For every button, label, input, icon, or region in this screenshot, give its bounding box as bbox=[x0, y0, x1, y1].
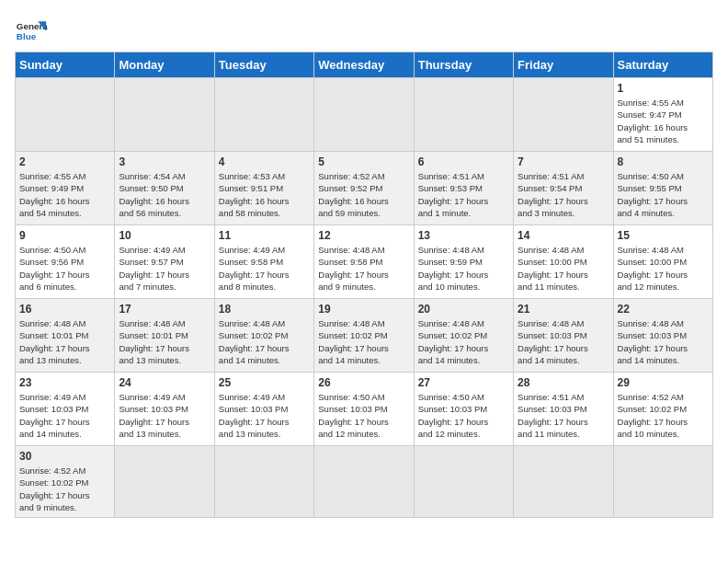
calendar-header: SundayMondayTuesdayWednesdayThursdayFrid… bbox=[16, 52, 713, 78]
header: General Blue bbox=[15, 15, 713, 48]
day-number: 17 bbox=[119, 303, 210, 316]
day-number: 5 bbox=[318, 155, 409, 168]
day-info: Sunrise: 4:48 AM Sunset: 9:59 PM Dayligh… bbox=[418, 244, 509, 293]
calendar-cell: 30Sunrise: 4:52 AM Sunset: 10:02 PM Dayl… bbox=[16, 446, 115, 518]
day-number: 3 bbox=[119, 155, 210, 168]
calendar-cell: 23Sunrise: 4:49 AM Sunset: 10:03 PM Dayl… bbox=[16, 373, 115, 446]
day-info: Sunrise: 4:49 AM Sunset: 10:03 PM Daylig… bbox=[219, 391, 310, 440]
day-info: Sunrise: 4:48 AM Sunset: 10:03 PM Daylig… bbox=[618, 317, 709, 366]
day-number: 29 bbox=[618, 376, 709, 389]
day-info: Sunrise: 4:48 AM Sunset: 10:00 PM Daylig… bbox=[518, 244, 609, 293]
week-row-4: 23Sunrise: 4:49 AM Sunset: 10:03 PM Dayl… bbox=[16, 373, 713, 446]
day-number: 16 bbox=[19, 303, 110, 316]
calendar-cell: 20Sunrise: 4:48 AM Sunset: 10:02 PM Dayl… bbox=[414, 299, 513, 373]
logo: General Blue bbox=[15, 15, 48, 48]
day-info: Sunrise: 4:48 AM Sunset: 10:00 PM Daylig… bbox=[618, 244, 709, 293]
header-tuesday: Tuesday bbox=[214, 52, 313, 78]
header-friday: Friday bbox=[514, 52, 613, 78]
calendar-cell: 10Sunrise: 4:49 AM Sunset: 9:57 PM Dayli… bbox=[115, 225, 214, 299]
day-number: 8 bbox=[618, 155, 709, 168]
calendar-cell: 27Sunrise: 4:50 AM Sunset: 10:03 PM Dayl… bbox=[414, 373, 513, 446]
calendar-cell bbox=[115, 78, 214, 152]
calendar-body: 1Sunrise: 4:55 AM Sunset: 9:47 PM Daylig… bbox=[16, 78, 713, 518]
day-info: Sunrise: 4:50 AM Sunset: 10:03 PM Daylig… bbox=[318, 391, 409, 440]
day-info: Sunrise: 4:51 AM Sunset: 9:54 PM Dayligh… bbox=[518, 170, 609, 219]
week-row-1: 2Sunrise: 4:55 AM Sunset: 9:49 PM Daylig… bbox=[16, 152, 713, 225]
day-info: Sunrise: 4:48 AM Sunset: 10:03 PM Daylig… bbox=[518, 317, 609, 366]
day-number: 25 bbox=[219, 376, 310, 389]
day-info: Sunrise: 4:55 AM Sunset: 9:49 PM Dayligh… bbox=[19, 170, 110, 219]
calendar-cell: 17Sunrise: 4:48 AM Sunset: 10:01 PM Dayl… bbox=[115, 299, 214, 373]
calendar-cell: 2Sunrise: 4:55 AM Sunset: 9:49 PM Daylig… bbox=[16, 152, 115, 225]
day-info: Sunrise: 4:48 AM Sunset: 10:01 PM Daylig… bbox=[119, 317, 210, 366]
day-number: 23 bbox=[19, 376, 110, 389]
day-number: 7 bbox=[518, 155, 609, 168]
day-number: 15 bbox=[618, 229, 709, 242]
day-number: 10 bbox=[119, 229, 210, 242]
day-info: Sunrise: 4:49 AM Sunset: 9:58 PM Dayligh… bbox=[219, 244, 310, 293]
day-info: Sunrise: 4:51 AM Sunset: 9:53 PM Dayligh… bbox=[418, 170, 509, 219]
calendar-cell: 6Sunrise: 4:51 AM Sunset: 9:53 PM Daylig… bbox=[414, 152, 513, 225]
calendar-table: SundayMondayTuesdayWednesdayThursdayFrid… bbox=[15, 52, 713, 518]
day-number: 24 bbox=[119, 376, 210, 389]
day-info: Sunrise: 4:55 AM Sunset: 9:47 PM Dayligh… bbox=[618, 97, 709, 145]
calendar-cell: 25Sunrise: 4:49 AM Sunset: 10:03 PM Dayl… bbox=[214, 373, 313, 446]
calendar-cell bbox=[314, 78, 414, 152]
logo-icon: General Blue bbox=[15, 15, 48, 48]
calendar-cell: 5Sunrise: 4:52 AM Sunset: 9:52 PM Daylig… bbox=[314, 152, 414, 225]
calendar-cell: 13Sunrise: 4:48 AM Sunset: 9:59 PM Dayli… bbox=[414, 225, 513, 299]
calendar-cell bbox=[514, 78, 613, 152]
calendar-cell: 24Sunrise: 4:49 AM Sunset: 10:03 PM Dayl… bbox=[115, 373, 214, 446]
day-number: 4 bbox=[219, 155, 310, 168]
calendar-cell: 4Sunrise: 4:53 AM Sunset: 9:51 PM Daylig… bbox=[214, 152, 313, 225]
calendar-cell bbox=[214, 78, 313, 152]
calendar-cell: 22Sunrise: 4:48 AM Sunset: 10:03 PM Dayl… bbox=[613, 299, 712, 373]
day-info: Sunrise: 4:49 AM Sunset: 10:03 PM Daylig… bbox=[119, 391, 210, 440]
calendar-cell bbox=[314, 446, 414, 518]
week-row-2: 9Sunrise: 4:50 AM Sunset: 9:56 PM Daylig… bbox=[16, 225, 713, 299]
calendar-cell: 7Sunrise: 4:51 AM Sunset: 9:54 PM Daylig… bbox=[514, 152, 613, 225]
calendar-cell: 14Sunrise: 4:48 AM Sunset: 10:00 PM Dayl… bbox=[514, 225, 613, 299]
day-number: 9 bbox=[19, 229, 110, 242]
calendar-cell: 9Sunrise: 4:50 AM Sunset: 9:56 PM Daylig… bbox=[16, 225, 115, 299]
day-info: Sunrise: 4:53 AM Sunset: 9:51 PM Dayligh… bbox=[219, 170, 310, 219]
day-number: 19 bbox=[318, 303, 409, 316]
calendar-cell bbox=[414, 446, 513, 518]
calendar-cell: 11Sunrise: 4:49 AM Sunset: 9:58 PM Dayli… bbox=[214, 225, 313, 299]
svg-text:Blue: Blue bbox=[17, 31, 37, 41]
day-info: Sunrise: 4:50 AM Sunset: 9:56 PM Dayligh… bbox=[19, 244, 110, 293]
header-saturday: Saturday bbox=[613, 52, 712, 78]
calendar-cell: 21Sunrise: 4:48 AM Sunset: 10:03 PM Dayl… bbox=[514, 299, 613, 373]
day-info: Sunrise: 4:49 AM Sunset: 10:03 PM Daylig… bbox=[19, 391, 110, 440]
day-number: 1 bbox=[618, 82, 709, 95]
day-info: Sunrise: 4:49 AM Sunset: 9:57 PM Dayligh… bbox=[119, 244, 210, 293]
day-info: Sunrise: 4:51 AM Sunset: 10:03 PM Daylig… bbox=[518, 391, 609, 440]
day-number: 2 bbox=[19, 155, 110, 168]
calendar-cell bbox=[514, 446, 613, 518]
day-info: Sunrise: 4:52 AM Sunset: 10:02 PM Daylig… bbox=[19, 465, 110, 513]
day-info: Sunrise: 4:48 AM Sunset: 9:58 PM Dayligh… bbox=[318, 244, 409, 293]
calendar-cell: 3Sunrise: 4:54 AM Sunset: 9:50 PM Daylig… bbox=[115, 152, 214, 225]
calendar-cell: 26Sunrise: 4:50 AM Sunset: 10:03 PM Dayl… bbox=[314, 373, 414, 446]
day-number: 13 bbox=[418, 229, 509, 242]
day-number: 21 bbox=[518, 303, 609, 316]
day-number: 22 bbox=[618, 303, 709, 316]
header-thursday: Thursday bbox=[414, 52, 513, 78]
calendar-cell bbox=[16, 78, 115, 152]
week-row-3: 16Sunrise: 4:48 AM Sunset: 10:01 PM Dayl… bbox=[16, 299, 713, 373]
day-number: 12 bbox=[318, 229, 409, 242]
day-info: Sunrise: 4:50 AM Sunset: 9:55 PM Dayligh… bbox=[618, 170, 709, 219]
calendar-cell bbox=[613, 446, 712, 518]
day-number: 30 bbox=[19, 450, 110, 463]
day-info: Sunrise: 4:50 AM Sunset: 10:03 PM Daylig… bbox=[418, 391, 509, 440]
day-info: Sunrise: 4:52 AM Sunset: 10:02 PM Daylig… bbox=[618, 391, 709, 440]
calendar-cell bbox=[414, 78, 513, 152]
calendar-cell: 28Sunrise: 4:51 AM Sunset: 10:03 PM Dayl… bbox=[514, 373, 613, 446]
day-number: 18 bbox=[219, 303, 310, 316]
day-number: 26 bbox=[318, 376, 409, 389]
day-info: Sunrise: 4:48 AM Sunset: 10:02 PM Daylig… bbox=[219, 317, 310, 366]
calendar-cell: 15Sunrise: 4:48 AM Sunset: 10:00 PM Dayl… bbox=[613, 225, 712, 299]
header-sunday: Sunday bbox=[16, 52, 115, 78]
header-wednesday: Wednesday bbox=[314, 52, 414, 78]
calendar-cell bbox=[115, 446, 214, 518]
